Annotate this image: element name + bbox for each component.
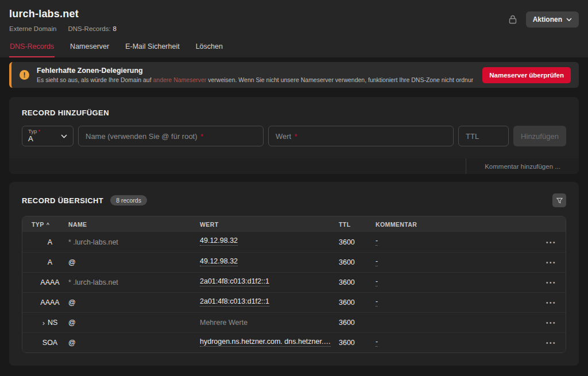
record-comment[interactable]: -: [376, 338, 378, 347]
record-type: A: [32, 238, 68, 246]
record-ttl: 3600: [339, 299, 376, 307]
main-content: ! Fehlerhafte Zonen-Delegierung Es sieht…: [0, 57, 588, 366]
value-input[interactable]: [269, 126, 453, 146]
banner-message: Es sieht so aus, als würde Ihre Domain a…: [37, 76, 473, 83]
record-type: AAAA: [32, 278, 68, 286]
zone-delegation-warning-banner: ! Fehlerhafte Zonen-Delegierung Es sieht…: [9, 62, 579, 88]
page-title: lurch-labs.net: [9, 8, 117, 20]
overview-heading: RECORD ÜBERSICHT: [22, 196, 103, 205]
column-typ-sort[interactable]: TYP ^: [32, 221, 68, 228]
banner-title: Fehlerhafte Zonen-Delegierung: [37, 67, 473, 75]
add-record-heading: RECORD HINZUFÜGEN: [22, 108, 566, 117]
column-wert: WERT: [200, 221, 339, 228]
record-name: @: [68, 319, 200, 327]
record-value: Mehrere Werte: [200, 319, 247, 327]
record-type: A: [32, 258, 68, 266]
record-name: @: [68, 299, 200, 307]
column-name: NAME: [68, 221, 200, 228]
header-meta: Externe Domain DNS-Records:8: [9, 25, 117, 32]
table-row: SOA @ hydrogen.ns.hetzner.com. dns.hetzn…: [22, 332, 566, 352]
check-nameserver-button[interactable]: Nameserver überprüfen: [482, 67, 571, 83]
record-name: * .lurch-labs.net: [68, 238, 200, 246]
chevron-down-icon: [566, 18, 572, 21]
record-name: * .lurch-labs.net: [68, 278, 200, 286]
column-ttl: TTL: [339, 221, 376, 228]
record-ttl: 3600: [339, 258, 376, 266]
type-select[interactable]: Typ* A: [22, 126, 74, 146]
tab-dns-records[interactable]: DNS-Records: [9, 40, 55, 57]
record-comment[interactable]: -: [376, 237, 378, 246]
filter-button[interactable]: [552, 193, 566, 207]
banner-texts: Fehlerhafte Zonen-Delegierung Es sieht s…: [37, 67, 473, 83]
column-kommentar: KOMMENTAR: [376, 221, 531, 228]
row-menu-icon[interactable]: •••: [546, 340, 556, 346]
row-menu-icon[interactable]: •••: [546, 280, 556, 286]
record-type: › NS: [32, 319, 68, 327]
page-header: lurch-labs.net Externe Domain DNS-Record…: [0, 0, 588, 57]
sort-asc-icon: ^: [47, 222, 50, 227]
record-ttl: 3600: [339, 238, 376, 246]
add-comment-action[interactable]: Kommentar hinzufügen ...: [466, 158, 579, 174]
domain-type-label: Externe Domain: [9, 25, 56, 32]
chevron-down-icon: [61, 134, 67, 138]
name-field-wrap: Name (verwenden Sie @ für root) *: [78, 126, 264, 146]
record-comment[interactable]: -: [376, 277, 378, 286]
record-name: @: [68, 339, 200, 347]
add-record-form: Typ* A Name (verwenden Sie @ für root) *…: [22, 126, 566, 146]
table-row: A * .lurch-labs.net 49.12.98.32 3600 - •…: [22, 232, 566, 252]
add-button[interactable]: Hinzufügen: [513, 126, 566, 146]
record-value[interactable]: hydrogen.ns.hetzner.com. dns.hetzner.c..…: [200, 338, 331, 347]
record-value[interactable]: 2a01:4f8:c013:d1f2::1: [200, 277, 269, 286]
tab-bar: DNS-Records Nameserver E-Mail Sicherheit…: [9, 40, 579, 57]
record-value[interactable]: 49.12.98.32: [200, 257, 238, 266]
record-ttl: 3600: [339, 278, 376, 286]
record-type: SOA: [32, 339, 68, 347]
tab-nameserver[interactable]: Nameserver: [69, 40, 110, 57]
ttl-field-wrap: [458, 126, 509, 146]
record-type: AAAA: [32, 299, 68, 307]
table-row: › NS @ Mehrere Werte 3600 •••: [22, 312, 566, 332]
header-actions: Aktionen: [509, 11, 579, 28]
record-comment[interactable]: -: [376, 257, 378, 266]
record-value[interactable]: 2a01:4f8:c013:d1f2::1: [200, 297, 269, 307]
value-field-wrap: Wert *: [268, 126, 454, 146]
table-header: TYP ^ NAME WERT TTL KOMMENTAR: [22, 216, 566, 232]
record-ttl: 3600: [339, 339, 376, 347]
comment-divider: [9, 158, 466, 174]
other-nameservers-link[interactable]: andere Nameserver: [153, 76, 207, 83]
actions-button[interactable]: Aktionen: [526, 11, 579, 28]
ttl-input[interactable]: [459, 126, 508, 146]
row-menu-icon[interactable]: •••: [546, 300, 556, 306]
filter-icon: [556, 197, 563, 204]
tab-delete[interactable]: Löschen: [195, 40, 223, 57]
lock-icon[interactable]: [509, 15, 517, 24]
header-left: lurch-labs.net Externe Domain DNS-Record…: [9, 8, 117, 32]
row-menu-icon[interactable]: •••: [546, 320, 556, 326]
tab-email-security[interactable]: E-Mail Sicherheit: [125, 40, 180, 57]
record-value[interactable]: 49.12.98.32: [200, 237, 238, 246]
warning-icon: !: [20, 70, 29, 80]
record-overview-card: RECORD ÜBERSICHT 8 records TYP ^ NAME WE…: [9, 182, 579, 366]
record-ttl: 3600: [339, 319, 376, 327]
add-record-card: RECORD HINZUFÜGEN Typ* A Name (verwenden…: [9, 97, 579, 174]
record-comment[interactable]: -: [376, 297, 378, 307]
table-row: AAAA * .lurch-labs.net 2a01:4f8:c013:d1f…: [22, 272, 566, 292]
row-menu-icon[interactable]: •••: [546, 259, 556, 266]
name-input[interactable]: [79, 126, 263, 146]
records-table: TYP ^ NAME WERT TTL KOMMENTAR A * .lurch…: [22, 216, 566, 353]
table-row: A @ 49.12.98.32 3600 - •••: [22, 252, 566, 272]
comment-strip: Kommentar hinzufügen ...: [9, 158, 579, 174]
expand-row-icon[interactable]: ›: [42, 319, 45, 327]
records-badge: 8 records: [110, 195, 147, 206]
row-menu-icon[interactable]: •••: [546, 239, 556, 246]
records-count: DNS-Records:8: [68, 25, 117, 32]
overview-header: RECORD ÜBERSICHT 8 records: [22, 193, 566, 207]
type-select-value: A: [28, 135, 40, 144]
record-name: @: [68, 258, 200, 266]
table-row: AAAA @ 2a01:4f8:c013:d1f2::1 3600 - •••: [22, 292, 566, 312]
